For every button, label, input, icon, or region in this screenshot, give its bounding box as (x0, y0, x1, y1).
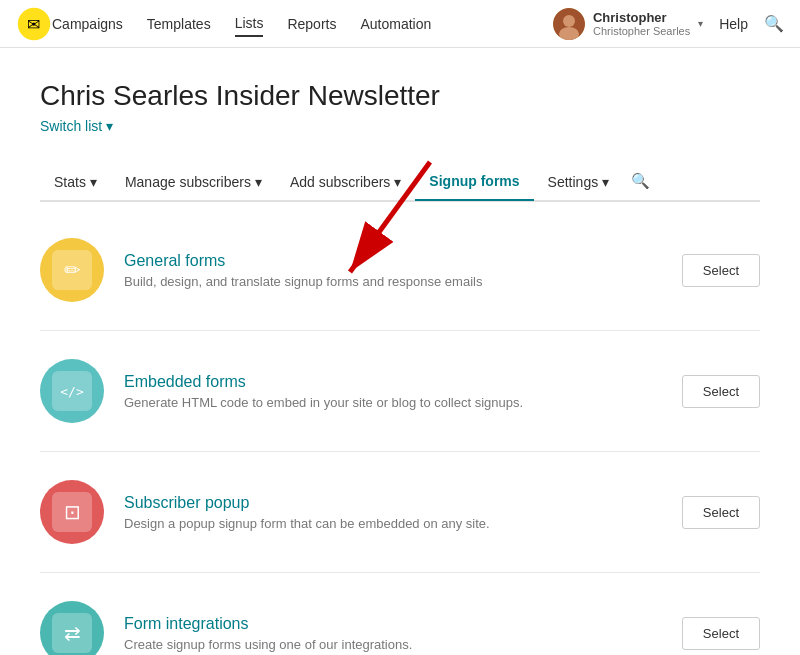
embedded-forms-select-button[interactable]: Select (682, 375, 760, 408)
embedded-forms-icon-circle: </> (40, 359, 104, 423)
logo[interactable]: ✉ (16, 6, 52, 42)
switch-list-chevron-icon: ▾ (106, 118, 113, 134)
form-integrations-icon-circle: ⇄ (40, 601, 104, 655)
form-item-integrations: ⇄ Form integrations Create signup forms … (40, 573, 760, 655)
sub-nav: Stats ▾ Manage subscribers ▾ Add subscri… (40, 162, 760, 202)
subscriber-popup-text: Subscriber popup Design a popup signup f… (124, 494, 662, 531)
subscriber-popup-icon: ⊡ (64, 500, 81, 524)
subnav-add-subscribers[interactable]: Add subscribers ▾ (276, 164, 415, 200)
help-link[interactable]: Help (719, 16, 748, 32)
subscriber-popup-desc: Design a popup signup form that can be e… (124, 516, 662, 531)
form-integrations-title[interactable]: Form integrations (124, 615, 662, 633)
page-title: Chris Searles Insider Newsletter (40, 80, 760, 112)
nav-reports[interactable]: Reports (287, 12, 336, 36)
user-menu[interactable]: Christopher Christopher Searles ▾ (553, 8, 703, 40)
subscriber-popup-icon-circle: ⊡ (40, 480, 104, 544)
user-name-block: Christopher Christopher Searles (593, 10, 690, 37)
form-item-popup: ⊡ Subscriber popup Design a popup signup… (40, 452, 760, 573)
user-subname: Christopher Searles (593, 25, 690, 37)
settings-chevron-icon: ▾ (602, 174, 609, 190)
user-display-name: Christopher (593, 10, 690, 25)
switch-list-link[interactable]: Switch list ▾ (40, 118, 113, 134)
embedded-forms-text: Embedded forms Generate HTML code to emb… (124, 373, 662, 410)
top-nav-right: Christopher Christopher Searles ▾ Help 🔍 (553, 8, 784, 40)
user-chevron-icon: ▾ (698, 18, 703, 29)
add-chevron-icon: ▾ (394, 174, 401, 190)
subnav-stats[interactable]: Stats ▾ (40, 164, 111, 200)
subscriber-popup-title[interactable]: Subscriber popup (124, 494, 662, 512)
svg-point-3 (563, 15, 575, 27)
form-item-embedded: </> Embedded forms Generate HTML code to… (40, 331, 760, 452)
top-nav: ✉ Campaigns Templates Lists Reports Auto… (0, 0, 800, 48)
nav-templates[interactable]: Templates (147, 12, 211, 36)
avatar (553, 8, 585, 40)
general-forms-title[interactable]: General forms (124, 252, 662, 270)
top-nav-links: Campaigns Templates Lists Reports Automa… (52, 11, 553, 37)
manage-chevron-icon: ▾ (255, 174, 262, 190)
subscriber-popup-select-button[interactable]: Select (682, 496, 760, 529)
nav-campaigns[interactable]: Campaigns (52, 12, 123, 36)
forms-list: ✏ General forms Build, design, and trans… (40, 210, 760, 655)
search-icon[interactable]: 🔍 (764, 14, 784, 33)
subnav-signup-forms[interactable]: Signup forms (415, 163, 533, 201)
form-integrations-desc: Create signup forms using one of our int… (124, 637, 662, 652)
general-forms-text: General forms Build, design, and transla… (124, 252, 662, 289)
nav-lists[interactable]: Lists (235, 11, 264, 37)
subnav-settings[interactable]: Settings ▾ (534, 164, 624, 200)
form-integrations-text: Form integrations Create signup forms us… (124, 615, 662, 652)
svg-text:✉: ✉ (27, 15, 40, 33)
general-forms-desc: Build, design, and translate signup form… (124, 274, 662, 289)
page-content: Chris Searles Insider Newsletter Switch … (0, 48, 800, 655)
sub-nav-search-icon[interactable]: 🔍 (623, 162, 658, 200)
embedded-forms-desc: Generate HTML code to embed in your site… (124, 395, 662, 410)
embedded-forms-title[interactable]: Embedded forms (124, 373, 662, 391)
general-forms-select-button[interactable]: Select (682, 254, 760, 287)
general-forms-icon-circle: ✏ (40, 238, 104, 302)
nav-automation[interactable]: Automation (360, 12, 431, 36)
form-integrations-icon: ⇄ (64, 621, 81, 645)
embedded-forms-icon: </> (60, 384, 83, 399)
stats-chevron-icon: ▾ (90, 174, 97, 190)
general-forms-icon: ✏ (64, 258, 81, 282)
sub-nav-wrapper: Stats ▾ Manage subscribers ▾ Add subscri… (40, 162, 760, 202)
form-item-general: ✏ General forms Build, design, and trans… (40, 210, 760, 331)
subnav-manage-subscribers[interactable]: Manage subscribers ▾ (111, 164, 276, 200)
form-integrations-select-button[interactable]: Select (682, 617, 760, 650)
